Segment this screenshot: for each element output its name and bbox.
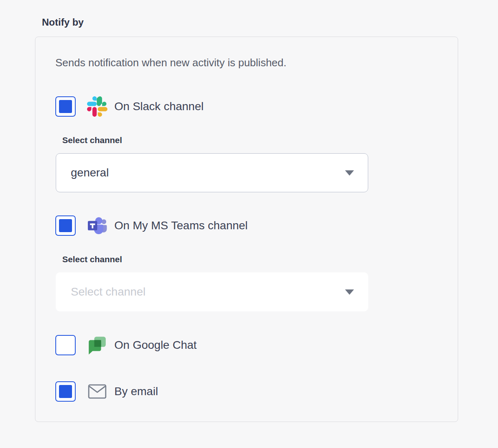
option-label-slack: On Slack channel	[114, 100, 203, 113]
slack-checkbox[interactable]	[55, 96, 76, 117]
email-checkbox[interactable]	[55, 381, 76, 402]
ms-teams-channel-select[interactable]: Select channel	[56, 272, 368, 311]
option-label-ms-teams: On My MS Teams channel	[114, 219, 248, 232]
chevron-down-icon	[345, 289, 354, 295]
option-row-slack: On Slack channel	[55, 96, 458, 117]
slack-icon	[87, 96, 107, 117]
google-chat-checkbox[interactable]	[55, 335, 76, 355]
google-chat-icon	[87, 335, 107, 355]
checkbox-fill	[59, 219, 72, 232]
option-label-email: By email	[114, 385, 158, 398]
option-row-email: By email	[55, 381, 458, 402]
ms-teams-checkbox[interactable]	[55, 215, 76, 236]
slack-channel-section: Select channel general	[62, 135, 458, 192]
email-icon	[87, 381, 107, 402]
ms-teams-icon	[87, 215, 107, 236]
slack-channel-value: general	[71, 166, 109, 179]
ms-teams-channel-placeholder: Select channel	[71, 285, 146, 298]
checkbox-fill	[59, 100, 72, 113]
page-title: Notify by	[42, 16, 498, 28]
option-row-google-chat: On Google Chat	[55, 335, 458, 356]
notify-by-panel: Sends notification when new activity is …	[35, 37, 458, 422]
slack-channel-select[interactable]: general	[56, 153, 368, 192]
option-label-google-chat: On Google Chat	[114, 339, 197, 352]
ms-teams-channel-section: Select channel Select channel	[62, 254, 458, 311]
panel-description: Sends notification when new activity is …	[55, 55, 458, 70]
slack-select-channel-label: Select channel	[62, 135, 458, 146]
chevron-down-icon	[345, 170, 354, 176]
ms-teams-select-channel-label: Select channel	[62, 254, 458, 265]
checkbox-fill	[59, 385, 72, 398]
option-row-ms-teams: On My MS Teams channel	[55, 215, 458, 236]
